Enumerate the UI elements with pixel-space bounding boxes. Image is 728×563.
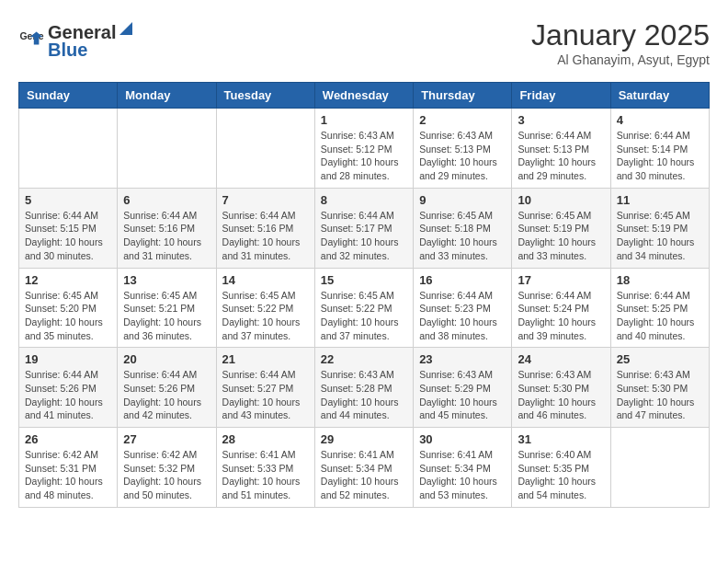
- day-number: 16: [419, 273, 506, 287]
- day-number: 8: [321, 193, 407, 207]
- calendar-cell: 23Sunrise: 6:43 AM Sunset: 5:29 PM Dayli…: [414, 348, 512, 428]
- page-header: General General Blue January 2025 Al Gha…: [18, 18, 710, 67]
- logo-icon: General: [18, 27, 44, 52]
- day-number: 26: [25, 432, 111, 446]
- month-title: January 2025: [531, 18, 710, 52]
- day-number: 6: [123, 193, 210, 207]
- calendar-cell: 4Sunrise: 6:44 AM Sunset: 5:14 PM Daylig…: [610, 109, 709, 189]
- logo-triangle-icon: [116, 18, 136, 39]
- calendar-cell: 30Sunrise: 6:41 AM Sunset: 5:34 PM Dayli…: [414, 428, 512, 508]
- day-number: 31: [518, 432, 604, 446]
- calendar-cell: 9Sunrise: 6:45 AM Sunset: 5:18 PM Daylig…: [414, 188, 512, 268]
- calendar-cell: 7Sunrise: 6:44 AM Sunset: 5:16 PM Daylig…: [216, 188, 314, 268]
- calendar-cell: [216, 109, 314, 189]
- title-section: January 2025 Al Ghanayim, Asyut, Egypt: [531, 18, 710, 67]
- day-number: 11: [617, 193, 703, 207]
- calendar-cell: 8Sunrise: 6:44 AM Sunset: 5:17 PM Daylig…: [314, 188, 413, 268]
- day-number: 5: [25, 193, 111, 207]
- day-number: 12: [25, 273, 111, 287]
- calendar-cell: 22Sunrise: 6:43 AM Sunset: 5:28 PM Dayli…: [314, 348, 413, 428]
- day-number: 10: [518, 193, 604, 207]
- day-number: 29: [321, 432, 407, 446]
- day-info: Sunrise: 6:43 AM Sunset: 5:12 PM Dayligh…: [321, 129, 407, 183]
- calendar-cell: 5Sunrise: 6:44 AM Sunset: 5:15 PM Daylig…: [19, 188, 118, 268]
- calendar-cell: [610, 428, 709, 508]
- calendar-header-thursday: Thursday: [414, 83, 512, 109]
- day-info: Sunrise: 6:44 AM Sunset: 5:23 PM Dayligh…: [419, 289, 506, 343]
- day-number: 3: [518, 113, 604, 127]
- day-info: Sunrise: 6:44 AM Sunset: 5:16 PM Dayligh…: [222, 209, 309, 263]
- day-info: Sunrise: 6:43 AM Sunset: 5:29 PM Dayligh…: [419, 368, 506, 422]
- day-info: Sunrise: 6:45 AM Sunset: 5:22 PM Dayligh…: [222, 289, 309, 343]
- calendar-header-monday: Monday: [118, 83, 216, 109]
- calendar-cell: 29Sunrise: 6:41 AM Sunset: 5:34 PM Dayli…: [314, 428, 413, 508]
- day-info: Sunrise: 6:44 AM Sunset: 5:17 PM Dayligh…: [321, 209, 407, 263]
- calendar-header-friday: Friday: [512, 83, 610, 109]
- calendar-cell: 17Sunrise: 6:44 AM Sunset: 5:24 PM Dayli…: [512, 268, 610, 348]
- day-info: Sunrise: 6:43 AM Sunset: 5:30 PM Dayligh…: [617, 368, 703, 422]
- calendar-header-wednesday: Wednesday: [314, 83, 413, 109]
- calendar-cell: 20Sunrise: 6:44 AM Sunset: 5:26 PM Dayli…: [118, 348, 216, 428]
- day-info: Sunrise: 6:43 AM Sunset: 5:30 PM Dayligh…: [518, 368, 604, 422]
- calendar-week-1: 1Sunrise: 6:43 AM Sunset: 5:12 PM Daylig…: [19, 109, 710, 189]
- calendar-week-5: 26Sunrise: 6:42 AM Sunset: 5:31 PM Dayli…: [19, 428, 710, 508]
- day-number: 22: [321, 352, 407, 366]
- day-number: 9: [419, 193, 506, 207]
- day-info: Sunrise: 6:41 AM Sunset: 5:34 PM Dayligh…: [419, 448, 506, 502]
- day-info: Sunrise: 6:45 AM Sunset: 5:19 PM Dayligh…: [518, 209, 604, 263]
- calendar-cell: 18Sunrise: 6:44 AM Sunset: 5:25 PM Dayli…: [610, 268, 709, 348]
- calendar-week-3: 12Sunrise: 6:45 AM Sunset: 5:20 PM Dayli…: [19, 268, 710, 348]
- day-number: 24: [518, 352, 604, 366]
- day-number: 19: [25, 352, 111, 366]
- day-info: Sunrise: 6:45 AM Sunset: 5:20 PM Dayligh…: [25, 289, 111, 343]
- calendar-header-tuesday: Tuesday: [216, 83, 314, 109]
- calendar-cell: 13Sunrise: 6:45 AM Sunset: 5:21 PM Dayli…: [118, 268, 216, 348]
- calendar-week-2: 5Sunrise: 6:44 AM Sunset: 5:15 PM Daylig…: [19, 188, 710, 268]
- calendar-cell: 27Sunrise: 6:42 AM Sunset: 5:32 PM Dayli…: [118, 428, 216, 508]
- location: Al Ghanayim, Asyut, Egypt: [531, 52, 710, 67]
- day-number: 13: [123, 273, 210, 287]
- day-number: 27: [123, 432, 210, 446]
- calendar-cell: 16Sunrise: 6:44 AM Sunset: 5:23 PM Dayli…: [414, 268, 512, 348]
- day-info: Sunrise: 6:44 AM Sunset: 5:24 PM Dayligh…: [518, 289, 604, 343]
- calendar-cell: 14Sunrise: 6:45 AM Sunset: 5:22 PM Dayli…: [216, 268, 314, 348]
- day-number: 7: [222, 193, 309, 207]
- day-info: Sunrise: 6:40 AM Sunset: 5:35 PM Dayligh…: [518, 448, 604, 502]
- day-number: 18: [617, 273, 703, 287]
- day-info: Sunrise: 6:45 AM Sunset: 5:18 PM Dayligh…: [419, 209, 506, 263]
- calendar-cell: [19, 109, 118, 189]
- calendar-header-row: SundayMondayTuesdayWednesdayThursdayFrid…: [19, 83, 710, 109]
- day-info: Sunrise: 6:44 AM Sunset: 5:25 PM Dayligh…: [617, 289, 703, 343]
- calendar-header-sunday: Sunday: [19, 83, 118, 109]
- calendar-cell: 24Sunrise: 6:43 AM Sunset: 5:30 PM Dayli…: [512, 348, 610, 428]
- calendar-cell: 12Sunrise: 6:45 AM Sunset: 5:20 PM Dayli…: [19, 268, 118, 348]
- day-info: Sunrise: 6:41 AM Sunset: 5:33 PM Dayligh…: [222, 448, 309, 502]
- day-info: Sunrise: 6:44 AM Sunset: 5:14 PM Dayligh…: [617, 129, 703, 183]
- calendar-cell: 31Sunrise: 6:40 AM Sunset: 5:35 PM Dayli…: [512, 428, 610, 508]
- day-info: Sunrise: 6:43 AM Sunset: 5:28 PM Dayligh…: [321, 368, 407, 422]
- day-info: Sunrise: 6:44 AM Sunset: 5:26 PM Dayligh…: [123, 368, 210, 422]
- calendar-cell: 26Sunrise: 6:42 AM Sunset: 5:31 PM Dayli…: [19, 428, 118, 508]
- day-number: 14: [222, 273, 309, 287]
- calendar-cell: 15Sunrise: 6:45 AM Sunset: 5:22 PM Dayli…: [314, 268, 413, 348]
- calendar-cell: 21Sunrise: 6:44 AM Sunset: 5:27 PM Dayli…: [216, 348, 314, 428]
- calendar-cell: 28Sunrise: 6:41 AM Sunset: 5:33 PM Dayli…: [216, 428, 314, 508]
- day-info: Sunrise: 6:44 AM Sunset: 5:26 PM Dayligh…: [25, 368, 111, 422]
- day-info: Sunrise: 6:45 AM Sunset: 5:22 PM Dayligh…: [321, 289, 407, 343]
- day-info: Sunrise: 6:44 AM Sunset: 5:13 PM Dayligh…: [518, 129, 604, 183]
- day-number: 2: [419, 113, 506, 127]
- day-number: 23: [419, 352, 506, 366]
- day-info: Sunrise: 6:42 AM Sunset: 5:31 PM Dayligh…: [25, 448, 111, 502]
- day-number: 4: [617, 113, 703, 127]
- calendar-table: SundayMondayTuesdayWednesdayThursdayFrid…: [18, 82, 710, 508]
- day-number: 21: [222, 352, 309, 366]
- day-info: Sunrise: 6:45 AM Sunset: 5:21 PM Dayligh…: [123, 289, 210, 343]
- day-info: Sunrise: 6:42 AM Sunset: 5:32 PM Dayligh…: [123, 448, 210, 502]
- calendar-cell: 1Sunrise: 6:43 AM Sunset: 5:12 PM Daylig…: [314, 109, 413, 189]
- svg-marker-1: [119, 22, 132, 35]
- calendar-cell: 3Sunrise: 6:44 AM Sunset: 5:13 PM Daylig…: [512, 109, 610, 189]
- day-number: 30: [419, 432, 506, 446]
- logo: General General Blue: [18, 18, 136, 61]
- day-info: Sunrise: 6:45 AM Sunset: 5:19 PM Dayligh…: [617, 209, 703, 263]
- calendar-cell: 19Sunrise: 6:44 AM Sunset: 5:26 PM Dayli…: [19, 348, 118, 428]
